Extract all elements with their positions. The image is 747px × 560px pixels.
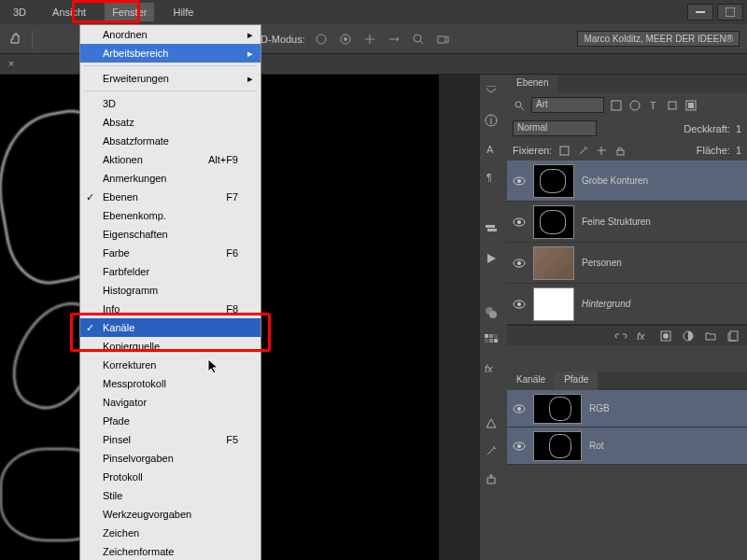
clone-icon[interactable] bbox=[485, 472, 503, 487]
pan-icon[interactable] bbox=[361, 31, 378, 48]
filter-pixel-icon[interactable] bbox=[610, 99, 623, 112]
lock-brush-icon[interactable] bbox=[576, 144, 589, 157]
menu-3d[interactable]: 3D bbox=[6, 3, 34, 21]
layer-name[interactable]: Feine Strukturen bbox=[582, 217, 651, 227]
menu-item-absatzformate[interactable]: Absatzformate bbox=[80, 132, 261, 150]
channel-row[interactable]: Rot bbox=[507, 427, 747, 465]
menu-item-anordnen[interactable]: Anordnen▸ bbox=[80, 25, 261, 44]
menu-item-aktionen[interactable]: AktionenAlt+F9 bbox=[80, 150, 261, 169]
visibility-eye-icon[interactable] bbox=[513, 176, 526, 186]
visibility-eye-icon[interactable] bbox=[513, 259, 526, 268]
blend-mode-select[interactable]: Normal bbox=[513, 120, 597, 136]
zoom-icon[interactable] bbox=[410, 31, 427, 48]
menu-item-eigenschaften[interactable]: Eigenschaften bbox=[80, 225, 261, 244]
menu-item-farbe[interactable]: FarbeF6 bbox=[80, 244, 261, 262]
maximize-button[interactable] bbox=[717, 4, 743, 21]
menu-item-farbfelder[interactable]: Farbfelder bbox=[80, 262, 261, 281]
orbit-icon[interactable] bbox=[313, 31, 330, 48]
lock-pixels-icon[interactable] bbox=[557, 144, 571, 157]
layer-name[interactable]: Personen bbox=[582, 258, 622, 268]
menu-item-protokoll[interactable]: Protokoll bbox=[80, 468, 261, 486]
visibility-eye-icon[interactable] bbox=[513, 300, 526, 309]
kind-search-icon[interactable] bbox=[513, 99, 526, 112]
camera-icon[interactable] bbox=[434, 31, 451, 48]
menu-item-info[interactable]: InfoF8 bbox=[80, 300, 261, 318]
minimize-button[interactable] bbox=[687, 4, 713, 21]
layers-strip-icon[interactable] bbox=[485, 224, 503, 239]
fx-icon[interactable]: fx bbox=[485, 362, 503, 377]
menu-item-3d[interactable]: 3D bbox=[80, 94, 261, 113]
filter-smart-icon[interactable] bbox=[684, 99, 698, 112]
channel-thumbnail[interactable] bbox=[533, 431, 582, 461]
menu-item-messprotokoll[interactable]: Messprotokoll bbox=[80, 374, 261, 393]
link-icon[interactable] bbox=[614, 329, 627, 343]
mask-icon[interactable] bbox=[659, 329, 672, 343]
menu-item-ebenenkomp-[interactable]: Ebenenkomp. bbox=[80, 206, 261, 225]
menu-item-navigator[interactable]: Navigator bbox=[80, 393, 261, 412]
svg-point-35 bbox=[517, 179, 521, 183]
filter-shape-icon[interactable] bbox=[666, 99, 679, 112]
visibility-eye-icon[interactable] bbox=[513, 404, 526, 413]
menu-item-pinselvorgaben[interactable]: Pinselvorgaben bbox=[80, 449, 261, 468]
lock-all-icon[interactable] bbox=[613, 144, 627, 157]
menu-item-pfade[interactable]: Pfade bbox=[80, 412, 261, 430]
filter-type-icon[interactable]: T bbox=[647, 99, 660, 112]
swatches-icon[interactable] bbox=[485, 334, 503, 349]
visibility-eye-icon[interactable] bbox=[513, 441, 526, 451]
layer-row[interactable]: Feine Strukturen bbox=[507, 202, 747, 243]
tab-ebenen[interactable]: Ebenen bbox=[507, 75, 557, 93]
folder-icon[interactable] bbox=[704, 329, 717, 343]
roll-icon[interactable] bbox=[337, 31, 354, 48]
menu-item-arbeitsbereich[interactable]: Arbeitsbereich▸ bbox=[80, 44, 261, 63]
close-tab-icon[interactable]: × bbox=[4, 56, 19, 71]
hand-icon[interactable] bbox=[7, 31, 24, 48]
channel-row[interactable]: RGB bbox=[507, 390, 747, 427]
paragraph-icon[interactable]: ¶ bbox=[485, 170, 503, 185]
menu-item-kan-le[interactable]: ✓Kanäle bbox=[80, 318, 261, 337]
menu-item-ebenen[interactable]: ✓EbenenF7 bbox=[80, 188, 261, 206]
menu-item-werkzeugvorgaben[interactable]: Werkzeugvorgaben bbox=[80, 505, 261, 524]
play-icon[interactable] bbox=[485, 252, 503, 267]
opacity-value[interactable]: 1 bbox=[736, 123, 741, 134]
character-icon[interactable]: A bbox=[485, 142, 503, 157]
layer-row[interactable]: Hintergrund bbox=[507, 284, 747, 325]
expand-icon[interactable] bbox=[485, 86, 503, 101]
tab-kanale[interactable]: Kanäle bbox=[507, 371, 555, 390]
menu-item-histogramm[interactable]: Histogramm bbox=[80, 281, 261, 300]
menu-item-stile[interactable]: Stile bbox=[80, 486, 261, 505]
menu-fenster[interactable]: Fenster bbox=[105, 3, 154, 21]
fx-add-icon[interactable]: fx bbox=[637, 329, 650, 343]
layer-row[interactable]: Grobe Konturen bbox=[507, 161, 747, 202]
menu-hilfe[interactable]: Hilfe bbox=[165, 3, 201, 21]
menu-item-absatz[interactable]: Absatz bbox=[80, 113, 261, 132]
layer-thumbnail[interactable] bbox=[533, 287, 574, 321]
layer-thumbnail[interactable] bbox=[533, 205, 574, 239]
info-icon[interactable]: i bbox=[485, 114, 503, 129]
adjustments-icon[interactable] bbox=[485, 416, 503, 431]
kind-select[interactable]: Art bbox=[531, 97, 604, 113]
visibility-eye-icon[interactable] bbox=[513, 217, 526, 227]
wand-icon[interactable] bbox=[485, 444, 503, 459]
menu-item-kopierquelle[interactable]: Kopierquelle bbox=[80, 337, 261, 356]
layer-row[interactable]: Personen bbox=[507, 243, 747, 284]
color-icon[interactable] bbox=[485, 306, 503, 321]
layer-thumbnail[interactable] bbox=[533, 164, 574, 198]
filter-adjust-icon[interactable] bbox=[628, 99, 641, 112]
slide-icon[interactable] bbox=[386, 31, 402, 48]
layer-thumbnail[interactable] bbox=[533, 246, 574, 280]
menu-item-anmerkungen[interactable]: Anmerkungen bbox=[80, 169, 261, 188]
channel-thumbnail[interactable] bbox=[533, 394, 582, 424]
layer-name[interactable]: Hintergrund bbox=[582, 299, 630, 309]
tab-pfade[interactable]: Pfade bbox=[555, 371, 598, 390]
menu-item-erweiterungen[interactable]: Erweiterungen▸ bbox=[80, 69, 261, 88]
menu-item-zeichen[interactable]: Zeichen bbox=[80, 524, 261, 542]
menu-item-korrekturen[interactable]: Korrekturen bbox=[80, 356, 261, 374]
layer-name[interactable]: Grobe Konturen bbox=[582, 175, 648, 186]
lock-move-icon[interactable] bbox=[595, 144, 608, 157]
new-layer-icon[interactable] bbox=[726, 329, 740, 343]
menu-item-zeichenformate[interactable]: Zeichenformate bbox=[80, 542, 261, 560]
adjustment-icon[interactable] bbox=[682, 329, 695, 343]
menu-ansicht[interactable]: Ansicht bbox=[45, 3, 93, 21]
menu-item-pinsel[interactable]: PinselF5 bbox=[80, 430, 261, 449]
fill-value[interactable]: 1 bbox=[736, 145, 741, 156]
